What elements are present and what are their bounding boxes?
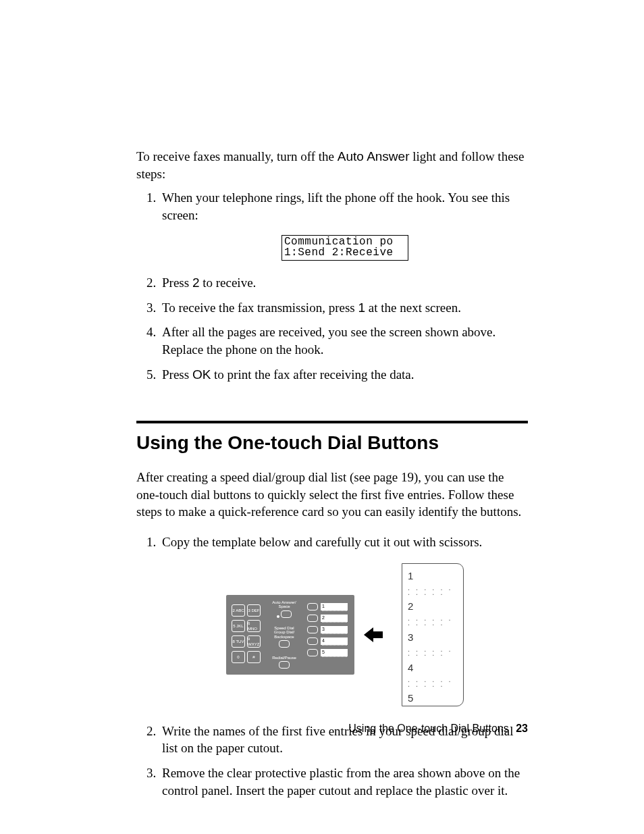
step-a5: Press OK to print the fax after receivin…	[159, 366, 528, 384]
step-a2: Press 2 to receive.	[159, 274, 528, 292]
onetouch-row-5: 5	[307, 649, 348, 657]
card-num-5: 5	[408, 692, 458, 705]
step-a3-a: To receive the fax transmission, press	[162, 301, 358, 315]
onetouch-button-icon	[307, 626, 318, 633]
auto-answer-button-icon	[281, 610, 292, 618]
control-panel-illustration: 2 ABC 3 DEF 5 JKL 6 MNO 8 TUV 9 WXYZ 0 #…	[226, 595, 354, 675]
onetouch-button-icon	[307, 649, 318, 656]
redial-button-icon	[279, 661, 290, 669]
intro-paragraph: To receive faxes manually, turn off the …	[136, 148, 528, 182]
onetouch-row-3: 3	[307, 626, 348, 634]
keypad: 2 ABC 3 DEF 5 JKL 6 MNO 8 TUV 9 WXYZ 0 #	[232, 604, 261, 663]
onetouch-slip-2: 2	[321, 615, 348, 623]
step-a3-b: 1	[358, 301, 365, 315]
step-a1-text: When your telephone rings, lift the phon…	[162, 190, 510, 222]
label-redial: Redial/Pause	[265, 656, 303, 660]
step-a5-a: Press	[162, 367, 192, 382]
key-2: 2 ABC	[232, 604, 245, 617]
label-speed-dial: Speed Dial Group Dial/ Backspace	[265, 626, 303, 640]
auto-answer-label: Auto Answer	[338, 149, 410, 163]
onetouch-slip-1: 1	[321, 603, 348, 611]
footer-title: Using the One-touch Dial Buttons	[348, 723, 508, 734]
speed-dial-button-icon	[279, 640, 290, 648]
page-number: 23	[516, 723, 528, 734]
card-dots: . . . . . . . . . . .	[408, 647, 458, 656]
step-a5-c: to print the fax after receiving the dat…	[211, 367, 414, 382]
onetouch-slip-5: 5	[321, 649, 348, 657]
cutout-card: 1 . . . . . . . . . . . 2 . . . . . . . …	[402, 563, 464, 706]
steps-list-b: Copy the template below and carefully cu…	[136, 533, 528, 799]
step-a2-c: to receive.	[199, 276, 256, 290]
step-b1-text: Copy the template below and carefully cu…	[162, 535, 482, 549]
card-dots: . . . . . . . . . . .	[408, 677, 458, 686]
onetouch-slip-3: 3	[321, 626, 348, 634]
led-icon	[277, 615, 279, 618]
label-auto-answer: Auto Answer/ Space	[265, 600, 303, 609]
lcd-line1: Communication po	[284, 236, 394, 248]
card-num-3: 3	[408, 631, 458, 644]
panel-labels: Auto Answer/ Space Speed Dial Group Dial…	[265, 600, 303, 670]
step-a1: When your telephone rings, lift the phon…	[159, 189, 528, 261]
card-dots: . . . . . . . . . . .	[408, 585, 458, 594]
steps-list-a: When your telephone rings, lift the phon…	[136, 189, 528, 383]
onetouch-row-1: 1	[307, 603, 348, 611]
onetouch-column: 1 2 3 4 5	[307, 603, 348, 660]
arrow-left-icon	[368, 629, 388, 641]
onetouch-row-2: 2	[307, 615, 348, 623]
key-5: 5 JKL	[232, 620, 245, 632]
key-9: 9 WXYZ	[247, 635, 261, 648]
onetouch-button-icon	[307, 603, 318, 610]
section-divider	[136, 421, 528, 423]
figure-row: 2 ABC 3 DEF 5 JKL 6 MNO 8 TUV 9 WXYZ 0 #…	[162, 563, 528, 706]
key-8: 8 TUV	[232, 635, 245, 648]
step-a4: After all the pages are received, you se…	[159, 323, 528, 358]
onetouch-button-icon	[307, 615, 318, 622]
step-a3: To receive the fax transmission, press 1…	[159, 299, 528, 317]
step-b3: Remove the clear protective plastic from…	[159, 764, 528, 799]
step-a2-a: Press	[162, 276, 192, 290]
step-a5-b: OK	[192, 367, 211, 382]
step-a3-c: at the next screen.	[365, 301, 461, 315]
key-6: 6 MNO	[247, 620, 261, 632]
card-num-4: 4	[408, 661, 458, 675]
section-heading: Using the One-touch Dial Buttons	[136, 430, 528, 456]
key-hash: #	[247, 651, 261, 663]
card-dots: . . . . . . . . . . .	[408, 616, 458, 625]
card-num-2: 2	[408, 600, 458, 613]
onetouch-row-4: 4	[307, 637, 348, 646]
intro-text-a: To receive faxes manually, turn off the	[136, 149, 338, 163]
onetouch-button-icon	[307, 637, 318, 645]
section-intro: After creating a speed dial/group dial l…	[136, 469, 528, 521]
step-b1: Copy the template below and carefully cu…	[159, 533, 528, 706]
page-footer: Using the One-touch Dial Buttons 23	[0, 721, 528, 736]
key-3: 3 DEF	[247, 604, 261, 617]
lcd-line2: 1:Send 2:Receive	[284, 246, 394, 259]
card-num-1: 1	[408, 569, 458, 583]
step-a2-b: 2	[192, 276, 200, 290]
lcd-screen: Communication po 1:Send 2:Receive	[281, 235, 408, 261]
key-0: 0	[232, 651, 245, 663]
onetouch-slip-4: 4	[321, 637, 348, 646]
